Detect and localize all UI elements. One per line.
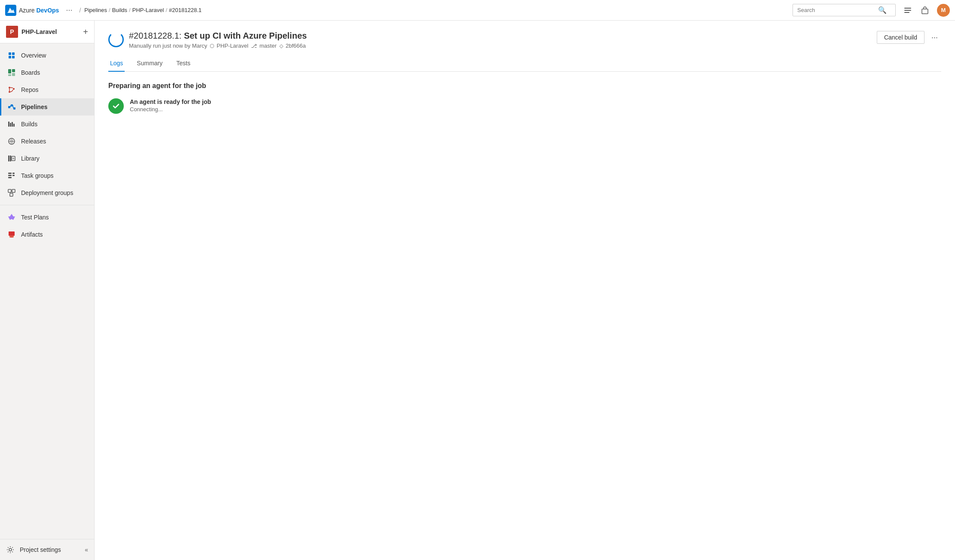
svg-point-15 <box>13 88 15 90</box>
build-repo: PHP-Laravel <box>217 43 248 49</box>
sidebar-item-releases[interactable]: Releases <box>0 133 94 150</box>
sidebar-label-pipelines: Pipelines <box>21 103 47 110</box>
sidebar-label-project-settings: Project settings <box>20 546 61 553</box>
agent-status-text: An agent is ready for the job Connecting… <box>130 98 211 113</box>
svg-point-13 <box>9 87 10 88</box>
build-branch: master <box>260 43 277 49</box>
tab-logs[interactable]: Logs <box>108 56 125 72</box>
logo-azure-text: Azure <box>19 7 35 14</box>
logs-content: Preparing an agent for the job An agent … <box>108 82 941 114</box>
svg-rect-39 <box>12 189 15 192</box>
commit-icon: ◇ <box>279 43 283 49</box>
tab-summary[interactable]: Summary <box>135 56 164 72</box>
svg-rect-17 <box>8 106 10 108</box>
overview-icon <box>7 51 16 60</box>
agent-status-subtitle: Connecting... <box>130 106 211 113</box>
svg-rect-24 <box>12 122 13 127</box>
artifacts-icon <box>7 230 16 239</box>
tab-tests[interactable]: Tests <box>174 56 192 72</box>
search-input[interactable] <box>797 7 875 13</box>
breadcrumb-builds[interactable]: Builds <box>112 7 127 13</box>
build-title-text: Set up CI with Azure Pipelines <box>184 31 307 40</box>
sidebar-label-artifacts: Artifacts <box>21 231 43 238</box>
svg-point-44 <box>9 548 12 551</box>
sidebar-item-overview[interactable]: Overview <box>0 47 94 64</box>
avatar[interactable]: M <box>937 4 950 17</box>
sidebar-label-releases: Releases <box>21 138 46 145</box>
build-id: #20181228.1: <box>129 31 181 40</box>
svg-rect-12 <box>8 74 11 76</box>
sidebar-item-task-groups[interactable]: Task groups <box>0 167 94 184</box>
top-nav-icons: M <box>903 4 950 17</box>
svg-rect-25 <box>13 124 15 127</box>
logo[interactable]: Azure DevOps <box>5 5 59 16</box>
project-name: PHP-Laravel <box>21 28 57 35</box>
agent-status-title: An agent is ready for the job <box>130 98 211 105</box>
search-box[interactable]: 🔍 <box>793 4 896 16</box>
task-groups-icon <box>7 171 16 180</box>
sidebar-item-builds[interactable]: Builds <box>0 116 94 133</box>
sidebar-item-project-settings[interactable]: Project settings « <box>0 541 94 558</box>
builds-icon <box>7 120 16 128</box>
build-actions: Cancel build ··· <box>877 31 941 44</box>
deployment-groups-icon <box>7 189 16 197</box>
section-title: Preparing an agent for the job <box>108 82 941 90</box>
sidebar-label-task-groups: Task groups <box>21 172 53 179</box>
svg-rect-1 <box>904 8 911 9</box>
build-header: #20181228.1: Set up CI with Azure Pipeli… <box>108 31 941 49</box>
svg-rect-6 <box>12 52 15 55</box>
sidebar-label-library: Library <box>21 155 40 162</box>
build-commit: 2bf666a <box>286 43 306 49</box>
svg-rect-19 <box>13 107 15 110</box>
svg-rect-10 <box>12 69 15 72</box>
sidebar-nav: Overview Boards <box>0 43 94 247</box>
sidebar-item-test-plans[interactable]: Test Plans <box>0 209 94 226</box>
project-icon: P <box>6 26 18 38</box>
sidebar-project[interactable]: P PHP-Laravel + <box>0 21 94 43</box>
svg-rect-35 <box>8 177 12 178</box>
top-nav: Azure DevOps ··· / Pipelines / Builds / … <box>0 0 955 21</box>
svg-rect-38 <box>8 189 11 192</box>
add-project-button[interactable]: + <box>83 27 88 36</box>
svg-rect-3 <box>904 12 909 13</box>
shopping-bag-icon[interactable] <box>920 5 930 15</box>
repo-icon: ⬡ <box>210 43 214 49</box>
svg-rect-11 <box>12 73 15 76</box>
sidebar-item-boards[interactable]: Boards <box>0 64 94 81</box>
build-trigger: Manually run just now by Marcy <box>129 43 207 49</box>
sidebar-item-pipelines[interactable]: Pipelines <box>0 98 94 116</box>
sidebar-item-library[interactable]: Library <box>0 150 94 167</box>
breadcrumb-php-laravel[interactable]: PHP-Laravel <box>132 7 164 13</box>
sidebar-item-repos[interactable]: Repos <box>0 81 94 98</box>
sidebar-label-builds: Builds <box>21 121 37 128</box>
nav-more-dots[interactable]: ··· <box>66 6 72 15</box>
list-icon[interactable] <box>903 5 913 15</box>
sidebar-item-deployment-groups[interactable]: Deployment groups <box>0 184 94 201</box>
repos-icon <box>7 85 16 94</box>
logo-devops-text: DevOps <box>36 7 59 14</box>
breadcrumb-build-id[interactable]: #20181228.1 <box>169 7 202 13</box>
sidebar-label-overview: Overview <box>21 52 46 59</box>
build-more-button[interactable]: ··· <box>928 31 941 44</box>
breadcrumb-pipelines[interactable]: Pipelines <box>84 7 107 13</box>
collapse-button[interactable]: « <box>85 546 88 553</box>
sidebar-item-artifacts[interactable]: Artifacts <box>0 226 94 243</box>
build-title-section: #20181228.1: Set up CI with Azure Pipeli… <box>108 31 307 49</box>
svg-rect-41 <box>9 231 15 236</box>
project-settings-icon <box>6 545 15 554</box>
sidebar-label-boards: Boards <box>21 69 40 76</box>
layout: P PHP-Laravel + Overview <box>0 21 955 560</box>
agent-status: An agent is ready for the job Connecting… <box>108 98 941 114</box>
svg-rect-7 <box>9 56 11 58</box>
svg-rect-33 <box>8 173 12 174</box>
svg-rect-29 <box>10 155 11 161</box>
cancel-build-button[interactable]: Cancel build <box>877 31 924 44</box>
branch-icon: ⎇ <box>251 43 257 49</box>
search-icon: 🔍 <box>878 6 887 14</box>
sidebar-label-repos: Repos <box>21 86 38 93</box>
sidebar-divider <box>0 205 94 205</box>
svg-rect-22 <box>8 122 9 127</box>
svg-rect-36 <box>12 173 15 174</box>
boards-icon <box>7 68 16 77</box>
main-content: #20181228.1: Set up CI with Azure Pipeli… <box>95 21 955 560</box>
